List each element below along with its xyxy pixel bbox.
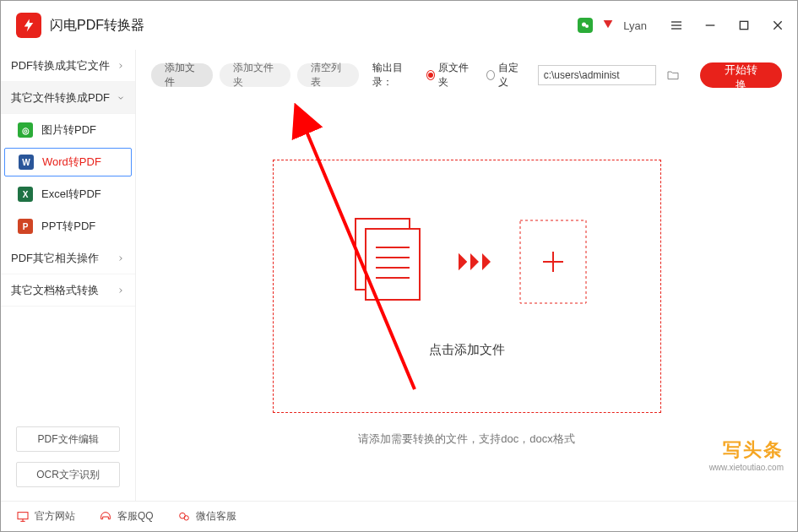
sidebar-cat-label: 其它文件转换成PDF [11, 90, 110, 106]
minimize-button[interactable] [698, 13, 723, 38]
svg-rect-19 [18, 512, 28, 518]
chat-icon [177, 510, 191, 524]
clear-list-button[interactable]: 清空列表 [297, 63, 359, 87]
footer-link-wechat[interactable]: 微信客服 [177, 509, 236, 524]
footer-link-website[interactable]: 官方网站 [16, 509, 75, 524]
chevron-right-icon [117, 62, 125, 70]
svg-point-23 [184, 515, 188, 519]
toolbar: 添加文件 添加文件夹 清空列表 输出目录： 原文件夹 自定义 开始转换 [136, 50, 797, 100]
radio-source-folder[interactable]: 原文件夹 [426, 61, 473, 90]
image-file-icon: ◎ [18, 122, 33, 138]
sidebar-cat-pdf-ops[interactable]: PDF其它相关操作 [1, 242, 135, 274]
username-label[interactable]: Lyan [623, 19, 647, 32]
output-dir-label: 输出目录： [372, 61, 416, 90]
sidebar-item-label: 图片转PDF [41, 122, 96, 138]
footer: 官方网站 客服QQ 微信客服 [1, 501, 797, 531]
vip-diamond-icon[interactable] [601, 17, 615, 34]
sidebar-cat-label: 其它文档格式转换 [11, 283, 99, 298]
footer-link-label: 微信客服 [196, 509, 236, 524]
sidebar-item-excel-to-pdf[interactable]: X Excel转PDF [1, 178, 135, 210]
output-path-input[interactable] [538, 65, 656, 85]
chevron-down-icon [117, 94, 125, 102]
close-button[interactable] [765, 13, 790, 38]
documents-icon [347, 215, 432, 308]
dropzone-graphic [347, 215, 587, 308]
wechat-icon[interactable] [578, 18, 593, 33]
svg-point-1 [585, 24, 589, 28]
sidebar-item-ppt-to-pdf[interactable]: P PPT转PDF [1, 210, 135, 242]
monitor-icon [16, 510, 30, 524]
sidebar-item-label: PPT转PDF [41, 219, 95, 234]
sidebar-cat-label: PDF转换成其它文件 [11, 58, 110, 73]
sidebar-item-image-to-pdf[interactable]: ◎ 图片转PDF [1, 114, 135, 146]
radio-dot-icon [426, 70, 435, 80]
radio-label: 自定义 [498, 61, 524, 90]
sidebar-item-word-to-pdf[interactable]: W Word转PDF [4, 148, 132, 176]
footer-link-label: 官方网站 [35, 509, 75, 524]
add-file-button[interactable]: 添加文件 [151, 63, 213, 87]
app-window: 闪电PDF转换器 Lyan [0, 0, 798, 532]
footer-link-qq[interactable]: 客服QQ [99, 509, 154, 524]
body: PDF转换成其它文件 其它文件转换成PDF ◎ 图片转PDF W Word转PD… [1, 50, 797, 501]
chevron-right-icon [117, 286, 125, 295]
sidebar-item-label: Excel转PDF [41, 187, 101, 202]
radio-label: 原文件夹 [438, 61, 473, 90]
svg-rect-6 [740, 21, 747, 29]
add-box-icon [519, 220, 587, 304]
app-title: 闪电PDF转换器 [50, 17, 144, 35]
format-hint: 请添加需要转换的文件，支持doc，docx格式 [358, 432, 574, 447]
titlebar: 闪电PDF转换器 Lyan [1, 1, 797, 50]
sidebar-cat-pdf-to-other[interactable]: PDF转换成其它文件 [1, 50, 135, 82]
radio-custom-folder[interactable]: 自定义 [486, 61, 524, 90]
word-file-icon: W [19, 155, 34, 170]
dropzone[interactable]: 点击添加文件 [273, 160, 661, 413]
start-convert-button[interactable]: 开始转换 [700, 62, 782, 88]
main-panel: 添加文件 添加文件夹 清空列表 输出目录： 原文件夹 自定义 开始转换 [136, 50, 797, 501]
svg-rect-10 [366, 229, 420, 300]
titlebar-right: Lyan [578, 13, 790, 38]
pdf-edit-button[interactable]: PDF文件编辑 [16, 426, 120, 452]
folder-icon [666, 68, 680, 82]
sidebar-cat-other-to-pdf[interactable]: 其它文件转换成PDF [1, 82, 135, 114]
menu-button[interactable] [664, 13, 689, 38]
dropzone-text: 点击添加文件 [429, 342, 505, 358]
dropzone-area: 点击添加文件 请添加需要转换的文件，支持doc，docx格式 [136, 100, 797, 501]
ocr-button[interactable]: OCR文字识别 [16, 462, 120, 487]
sidebar-item-label: Word转PDF [42, 155, 101, 170]
sidebar-cat-doc-convert[interactable]: 其它文档格式转换 [1, 274, 135, 307]
arrows-icon [457, 252, 494, 272]
footer-link-label: 客服QQ [117, 509, 154, 524]
chevron-right-icon [117, 254, 125, 263]
app-logo-icon [16, 13, 41, 38]
sidebar-cat-label: PDF其它相关操作 [11, 251, 99, 266]
maximize-button[interactable] [731, 13, 757, 38]
headset-icon [99, 510, 112, 524]
browse-folder-button[interactable] [665, 65, 682, 85]
radio-dot-icon [486, 70, 495, 80]
ppt-file-icon: P [18, 219, 33, 234]
sidebar: PDF转换成其它文件 其它文件转换成PDF ◎ 图片转PDF W Word转PD… [1, 50, 136, 501]
excel-file-icon: X [18, 187, 33, 202]
add-folder-button[interactable]: 添加文件夹 [220, 63, 290, 87]
